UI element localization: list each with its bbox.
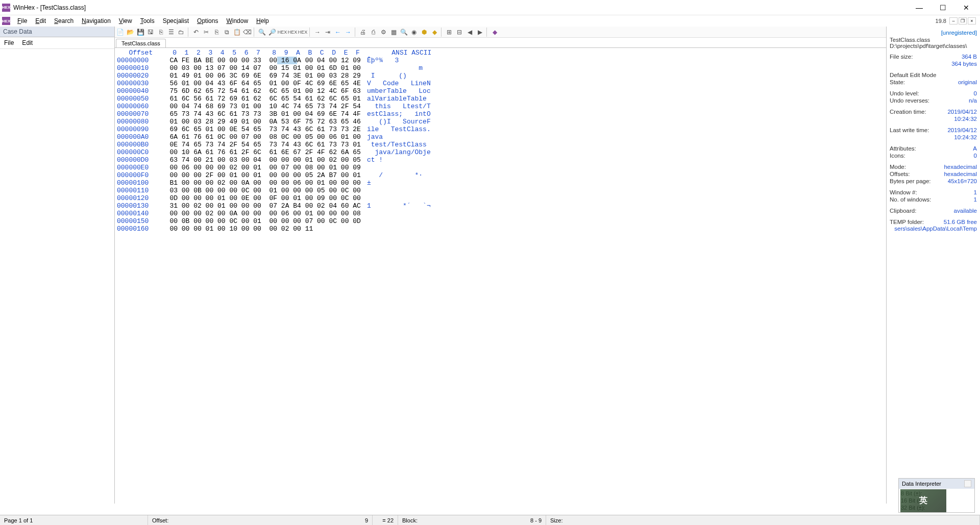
undo-value: 0 xyxy=(974,90,977,96)
open-disk-icon[interactable]: 🗀 xyxy=(177,28,186,37)
magnify-icon[interactable]: 🔍 xyxy=(399,28,408,37)
menu-edit[interactable]: Edit xyxy=(31,16,50,26)
menu-file[interactable]: File xyxy=(13,16,31,26)
printer-setup-icon[interactable]: ⚙ xyxy=(379,28,388,37)
menu-help[interactable]: Help xyxy=(252,16,273,26)
status-offset-value: 9 xyxy=(365,517,368,523)
status-size-label: Size: xyxy=(546,515,980,525)
creation-date: 2019/04/12 xyxy=(947,109,977,115)
save-icon[interactable]: 💾 xyxy=(136,28,145,37)
mdi-close-button[interactable]: × xyxy=(968,17,976,24)
reverses-value: n/a xyxy=(969,97,977,104)
copy-icon[interactable]: ⎘ xyxy=(212,28,221,37)
create-backup-icon[interactable]: ⎘ xyxy=(156,28,165,37)
find-text-icon[interactable]: 🔍 xyxy=(257,28,266,37)
data-interpreter-close-button[interactable] xyxy=(964,480,971,487)
temp-label: TEMP folder: xyxy=(890,219,924,225)
offsets-label: Offsets: xyxy=(890,171,910,177)
unregistered-link[interactable]: [unregistered] xyxy=(890,29,977,37)
mode-value: hexadecimal xyxy=(944,164,977,170)
sidebar-menu-file[interactable]: File xyxy=(2,39,16,47)
bpp-label: Bytes per page: xyxy=(890,178,931,184)
go-to-icon[interactable]: ⇥ xyxy=(323,28,332,37)
position-manager-icon[interactable]: ⊞ xyxy=(445,28,454,37)
status-offset-label: Offset: xyxy=(152,517,168,523)
status-eq: = 22 xyxy=(373,515,398,525)
icons-value: 0 xyxy=(974,153,977,159)
new-file-icon[interactable]: 📄 xyxy=(115,28,125,37)
temp-path: sers\sales\AppData\Local\Temp xyxy=(890,226,977,232)
tab-row: TestClass.class xyxy=(115,38,886,48)
disk-tools-icon[interactable]: ◉ xyxy=(409,28,419,37)
close-button[interactable]: ✕ xyxy=(954,0,978,15)
minimize-button[interactable]: — xyxy=(908,0,931,15)
template-icon[interactable]: ⊟ xyxy=(455,28,464,37)
creation-label: Creation time: xyxy=(890,109,926,115)
menu-bar: HEX File Edit Search Navigation View Too… xyxy=(0,15,980,27)
undo-icon[interactable]: ↶ xyxy=(191,28,201,37)
status-bar: Page 1 of 1 Offset: 9 = 22 Block: 8 - 9 … xyxy=(0,515,980,525)
find-again-icon[interactable]: HEX xyxy=(298,28,307,37)
icons-label: Icons: xyxy=(890,153,905,159)
menu-view[interactable]: View xyxy=(115,16,136,26)
next-icon[interactable]: ▶ xyxy=(475,28,484,37)
mdi-restore-button[interactable]: ❐ xyxy=(959,17,967,24)
info-filename: TestClass.class xyxy=(890,37,977,43)
forward-icon[interactable]: → xyxy=(344,28,353,37)
info-filepath: D:\projects\pdf\target\classes\ xyxy=(890,43,977,49)
hex-view[interactable]: Offset 0 1 2 3 4 5 6 7 8 9 A B C D E F A… xyxy=(115,48,886,504)
calculator-icon[interactable]: ⬢ xyxy=(420,28,429,37)
back-icon[interactable]: ← xyxy=(333,28,342,37)
title-bar: HEX WinHex - [TestClass.class] — ☐ ✕ xyxy=(0,0,980,15)
reverses-label: Undo reverses: xyxy=(890,97,929,104)
window-value: 1 xyxy=(974,189,977,195)
mode-label: Mode: xyxy=(890,164,906,170)
analysis-icon[interactable]: ◆ xyxy=(430,28,439,37)
status-block-label: Block: xyxy=(402,517,418,523)
version-label: 19.8 xyxy=(934,17,948,25)
data-interpreter-panel[interactable]: Data Interpreter 8 Bit (±): 16 Bit (±): … xyxy=(898,478,975,513)
info-panel: [unregistered] TestClass.class D:\projec… xyxy=(886,27,980,504)
delete-icon[interactable]: ⌫ xyxy=(242,28,252,37)
sidebar-title: Case Data xyxy=(0,27,114,37)
menu-search[interactable]: Search xyxy=(50,16,78,26)
prev-icon[interactable]: ◀ xyxy=(465,28,474,37)
menu-specialist[interactable]: Specialist xyxy=(159,16,193,26)
hex-editor-area: 📄 📂 💾 🖫 ⎘ ☰ 🗀 ↶ ✂ ⎘ ⧉ 📋 ⌫ 🔍 🔎 HEX HEX HE… xyxy=(115,27,886,504)
open-file-icon[interactable]: 📂 xyxy=(126,28,135,37)
offsets-value: hexadecimal xyxy=(944,171,977,177)
case-data-sidebar: Case Data File Edit xyxy=(0,27,115,504)
open-ram-icon[interactable]: ▦ xyxy=(389,28,398,37)
tab-file[interactable]: TestClass.class xyxy=(116,39,166,47)
options-icon[interactable]: ◆ xyxy=(490,28,499,37)
go-to-offset-icon[interactable]: → xyxy=(313,28,322,37)
mdi-minimize-button[interactable]: – xyxy=(949,17,958,24)
window-title: WinHex - [TestClass.class] xyxy=(13,4,908,11)
sidebar-content xyxy=(0,48,114,504)
menu-window[interactable]: Window xyxy=(222,16,252,26)
menu-app-icon: HEX xyxy=(2,17,10,25)
copy-block-icon[interactable]: ⧉ xyxy=(222,28,231,37)
cut-icon[interactable]: ✂ xyxy=(202,28,211,37)
paste-icon[interactable]: 📋 xyxy=(232,28,241,37)
replace-hex-icon[interactable]: HEX xyxy=(288,28,297,37)
menu-navigation[interactable]: Navigation xyxy=(78,16,115,26)
clip-value: available xyxy=(954,208,977,214)
menu-options[interactable]: Options xyxy=(193,16,222,26)
properties-icon[interactable]: ☰ xyxy=(166,28,176,37)
print-preview-icon[interactable]: ⎙ xyxy=(369,28,378,37)
nowin-value: 1 xyxy=(974,196,977,203)
toolbar: 📄 📂 💾 🖫 ⎘ ☰ 🗀 ↶ ✂ ⎘ ⧉ 📋 ⌫ 🔍 🔎 HEX HEX HE… xyxy=(115,27,886,38)
replace-text-icon[interactable]: HEX xyxy=(278,28,287,37)
sidebar-menu-edit[interactable]: Edit xyxy=(20,39,35,47)
find-hex-icon[interactable]: 🔎 xyxy=(267,28,277,37)
attrs-value: A xyxy=(973,145,977,152)
save-as-icon[interactable]: 🖫 xyxy=(146,28,155,37)
menu-tools[interactable]: Tools xyxy=(136,16,159,26)
creation-time: 10:24:32 xyxy=(954,116,977,122)
print-icon[interactable]: 🖨 xyxy=(358,28,368,37)
maximize-button[interactable]: ☐ xyxy=(931,0,954,15)
status-block-value: 8 - 9 xyxy=(530,517,542,523)
clip-label: Clipboard: xyxy=(890,208,916,214)
state-value: original xyxy=(958,79,977,85)
